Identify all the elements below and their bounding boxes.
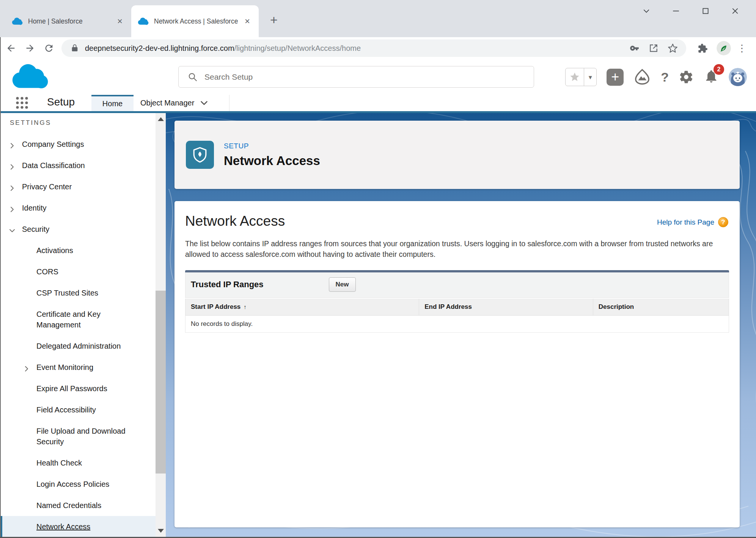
sidebar-item-label: Identity <box>22 203 46 213</box>
column-label: End IP Address <box>424 303 472 310</box>
notifications-bell-icon[interactable]: 2 <box>704 69 719 85</box>
page-description: The list below contains IP address range… <box>185 238 729 260</box>
tab-close-icon[interactable]: × <box>242 16 253 27</box>
sidebar-item-privacy-center[interactable]: Privacy Center <box>0 176 156 197</box>
setup-eyebrow-label: SETUP <box>224 142 320 150</box>
tab-home[interactable]: Home <box>91 95 134 111</box>
content-area: SETTINGS Company SettingsData Classifica… <box>0 113 756 538</box>
tab-title: Network Access | Salesforce <box>154 17 242 25</box>
sidebar-item-certificate-and-key-management[interactable]: Certificate and Key Management <box>0 304 156 335</box>
chevron-right-icon[interactable] <box>9 162 15 168</box>
toolbar-right: ⋮ <box>692 40 748 56</box>
chevron-right-icon[interactable] <box>9 141 15 147</box>
help-icon[interactable]: ? <box>661 70 669 85</box>
sidebar-item-label: Privacy Center <box>22 181 72 192</box>
browser-tab-home[interactable]: Home | Salesforce × <box>5 5 131 37</box>
setup-gear-icon[interactable] <box>679 69 694 85</box>
sidebar-item-cors[interactable]: CORS <box>0 261 156 282</box>
browser-menu-kebab-icon[interactable]: ⋮ <box>736 41 748 56</box>
new-tab-button[interactable]: + <box>266 12 281 27</box>
global-actions-plus-icon[interactable]: + <box>607 69 624 86</box>
salesforce-cloud-favicon <box>11 17 23 26</box>
sidebar-scrollbar[interactable] <box>156 113 166 538</box>
sidebar-item-event-monitoring[interactable]: Event Monitoring <box>0 357 156 378</box>
column-header-description[interactable]: Description <box>593 298 729 316</box>
nav-divider <box>229 95 229 111</box>
notification-count-badge: 2 <box>714 64 724 75</box>
sidebar-item-csp-trusted-sites[interactable]: CSP Trusted Sites <box>0 282 156 304</box>
scrollbar-down-arrow[interactable] <box>156 525 166 536</box>
chevron-right-icon[interactable] <box>24 364 30 370</box>
scrollbar-up-arrow[interactable] <box>156 114 166 124</box>
trailhead-guidance-icon[interactable] <box>633 68 651 86</box>
sidebar-item-data-classification[interactable]: Data Classification <box>0 155 156 176</box>
setup-nav-bar: Setup Home Object Manager <box>0 95 756 113</box>
sidebar-item-activations[interactable]: Activations <box>0 240 156 261</box>
sidebar-item-company-settings[interactable]: Company Settings <box>0 134 156 155</box>
bookmark-star-icon[interactable] <box>666 41 679 55</box>
lock-icon[interactable] <box>71 44 79 52</box>
main-region: SETUP Network Access Network Access Help… <box>166 113 756 538</box>
sidebar-item-label: CORS <box>36 266 58 277</box>
search-input[interactable] <box>204 72 534 82</box>
chevron-down-icon[interactable] <box>9 226 15 232</box>
sidebar-item-field-accessibility[interactable]: Field Accessibility <box>0 399 156 420</box>
setup-search-box[interactable] <box>178 66 534 88</box>
browser-profile-avatar[interactable] <box>717 41 731 55</box>
sidebar-item-login-access-policies[interactable]: Login Access Policies <box>0 474 156 495</box>
page-title: Network Access <box>185 213 729 229</box>
extensions-puzzle-icon[interactable] <box>695 40 710 56</box>
sidebar-nav: Company SettingsData ClassificationPriva… <box>0 134 156 537</box>
table-header-row: Start IP Address↑ End IP Address Descrip… <box>185 298 729 316</box>
user-avatar[interactable] <box>729 68 747 86</box>
sidebar-item-delegated-administration[interactable]: Delegated Administration <box>0 335 156 357</box>
favorites-caret-down-icon[interactable]: ▼ <box>584 68 596 86</box>
help-question-icon[interactable]: ? <box>718 217 728 227</box>
app-launcher-waffle-icon[interactable] <box>14 95 30 112</box>
tab-object-manager[interactable]: Object Manager <box>140 95 208 111</box>
url-domain: deepnetsecurity2-dev-ed.lightning.force.… <box>85 44 234 52</box>
chevron-right-icon[interactable] <box>9 183 15 189</box>
column-label: Description <box>599 303 634 310</box>
header-actions: ▼ + ? 2 <box>565 65 747 89</box>
window-minimize-button[interactable] <box>661 2 691 20</box>
url-path: /lightning/setup/NetworkAccess/home <box>234 44 361 52</box>
back-icon[interactable] <box>3 40 19 56</box>
empty-table-row: No records to display. <box>185 316 729 333</box>
forward-icon[interactable] <box>22 40 38 56</box>
salesforce-cloud-favicon <box>137 17 149 26</box>
address-bar[interactable]: deepnetsecurity2-dev-ed.lightning.force.… <box>61 39 686 57</box>
column-header-start-ip[interactable]: Start IP Address↑ <box>185 298 419 316</box>
sidebar-heading: SETTINGS <box>10 119 156 127</box>
reload-icon[interactable] <box>41 40 57 56</box>
tab-title: Home | Salesforce <box>28 17 115 25</box>
browser-window: Home | Salesforce × Network Access | Sal… <box>0 0 756 538</box>
window-close-button[interactable] <box>720 2 750 20</box>
scrollbar-thumb[interactable] <box>156 291 166 474</box>
tab-close-icon[interactable]: × <box>115 16 125 27</box>
password-key-icon[interactable] <box>628 41 641 55</box>
panel-title: Trusted IP Ranges <box>191 280 264 289</box>
sidebar-item-label: Login Access Policies <box>36 479 109 489</box>
sidebar-item-identity[interactable]: Identity <box>0 197 156 219</box>
sidebar-item-named-credentials[interactable]: Named Credentials <box>0 495 156 516</box>
new-button[interactable]: New <box>329 277 356 292</box>
chevron-right-icon[interactable] <box>9 205 15 211</box>
help-for-this-page-link[interactable]: Help for this Page <box>657 218 714 227</box>
sidebar-item-health-check[interactable]: Health Check <box>0 452 156 474</box>
tab-search-chevron-icon[interactable] <box>632 2 661 20</box>
sidebar-item-network-access[interactable]: Network Access <box>0 516 156 537</box>
browser-tab-strip: Home | Salesforce × Network Access | Sal… <box>0 0 756 37</box>
share-icon[interactable] <box>647 41 660 55</box>
window-maximize-button[interactable] <box>691 2 720 20</box>
sidebar-item-expire-all-passwords[interactable]: Expire All Passwords <box>0 378 156 399</box>
network-access-card: Network Access Help for this Page ? The … <box>174 201 740 527</box>
sidebar-item-security[interactable]: Security <box>0 219 156 240</box>
column-header-end-ip[interactable]: End IP Address <box>419 298 593 316</box>
favorite-star-icon[interactable] <box>566 68 584 86</box>
sidebar-item-file-upload-and-download-security[interactable]: File Upload and Download Security <box>0 420 156 452</box>
sidebar-item-label: Field Accessibility <box>36 404 96 415</box>
sidebar-item-label: Expire All Passwords <box>36 383 107 394</box>
setup-sidebar: SETTINGS Company SettingsData Classifica… <box>0 113 156 538</box>
browser-tab-network-access[interactable]: Network Access | Salesforce × <box>131 5 259 37</box>
